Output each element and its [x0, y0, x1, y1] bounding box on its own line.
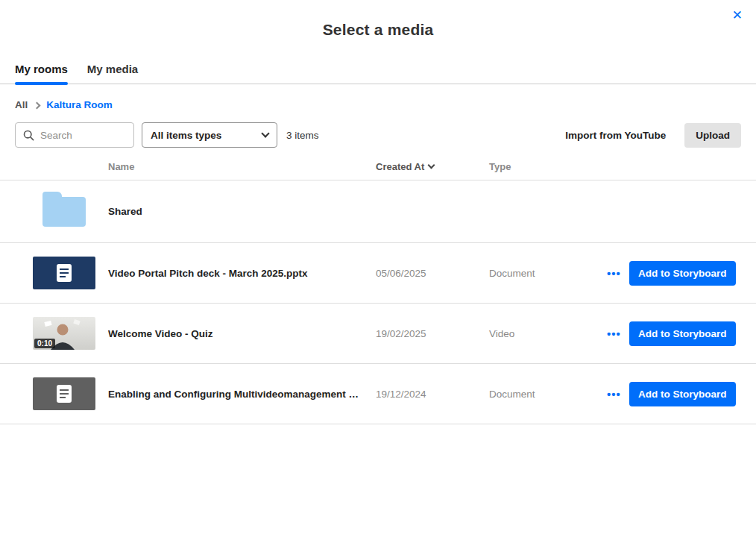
folder-icon — [42, 197, 86, 227]
search-icon — [23, 130, 34, 141]
column-header-name: Name — [108, 161, 376, 172]
sort-chevron-icon — [428, 162, 435, 169]
add-to-storyboard-button[interactable]: Add to Storyboard — [629, 261, 736, 286]
item-type-filter[interactable]: All items types — [142, 122, 277, 148]
toolbar: All items types 3 items Import from YouT… — [0, 122, 756, 148]
media-name: Video Portal Pitch deck - March 2025.ppt… — [108, 268, 376, 279]
tab-my-rooms[interactable]: My rooms — [15, 63, 68, 84]
table-row: Video Portal Pitch deck - March 2025.ppt… — [0, 243, 756, 304]
search-box — [15, 122, 134, 148]
upload-button[interactable]: Upload — [684, 123, 741, 148]
select-media-modal: Select a media ✕ My rooms My media All K… — [0, 0, 756, 534]
import-from-youtube-button[interactable]: Import from YouTube — [565, 130, 666, 141]
document-icon — [56, 384, 72, 403]
table-row: 0:10 Welcome Video - Quiz 19/02/2025 Vid… — [0, 304, 756, 364]
more-options-icon[interactable]: ••• — [607, 267, 621, 280]
column-header-created-at[interactable]: Created At — [376, 161, 489, 172]
folder-name: Shared — [108, 206, 376, 217]
chevron-right-icon — [34, 101, 41, 109]
media-type: Document — [489, 389, 607, 400]
tab-my-media[interactable]: My media — [87, 63, 138, 84]
close-icon[interactable]: ✕ — [732, 9, 743, 22]
search-input[interactable] — [40, 130, 126, 141]
page-title: Select a media — [0, 0, 756, 39]
tab-bar: My rooms My media — [0, 63, 756, 84]
document-icon — [56, 263, 72, 283]
media-name: Welcome Video - Quiz — [108, 328, 376, 339]
media-created-at: 19/12/2024 — [376, 389, 489, 400]
breadcrumb-all[interactable]: All — [15, 99, 28, 110]
document-thumbnail — [33, 257, 95, 289]
breadcrumb: All Kaltura Room — [0, 99, 756, 110]
add-to-storyboard-button[interactable]: Add to Storyboard — [629, 382, 736, 406]
table-row: Enabling and Configuring Multivideomanag… — [0, 364, 756, 424]
media-type: Document — [489, 268, 607, 279]
more-options-icon[interactable]: ••• — [607, 327, 621, 340]
media-type: Video — [489, 328, 607, 339]
video-thumbnail: 0:10 — [33, 317, 95, 350]
table-header: Name Created At Type — [0, 161, 756, 180]
item-type-filter-value: All items types — [151, 130, 221, 141]
more-options-icon[interactable]: ••• — [607, 388, 621, 400]
media-created-at: 19/02/2025 — [376, 328, 489, 339]
chevron-down-icon — [261, 129, 269, 137]
media-name: Enabling and Configuring Multivideomanag… — [108, 389, 376, 400]
breadcrumb-kaltura-room[interactable]: Kaltura Room — [46, 99, 113, 110]
media-created-at: 05/06/2025 — [376, 268, 489, 279]
items-count: 3 items — [286, 130, 319, 141]
video-duration-badge: 0:10 — [34, 339, 55, 348]
table-row-folder-shared[interactable]: Shared — [0, 180, 756, 243]
add-to-storyboard-button[interactable]: Add to Storyboard — [629, 321, 736, 346]
column-header-type: Type — [489, 161, 607, 172]
document-thumbnail — [33, 377, 95, 410]
